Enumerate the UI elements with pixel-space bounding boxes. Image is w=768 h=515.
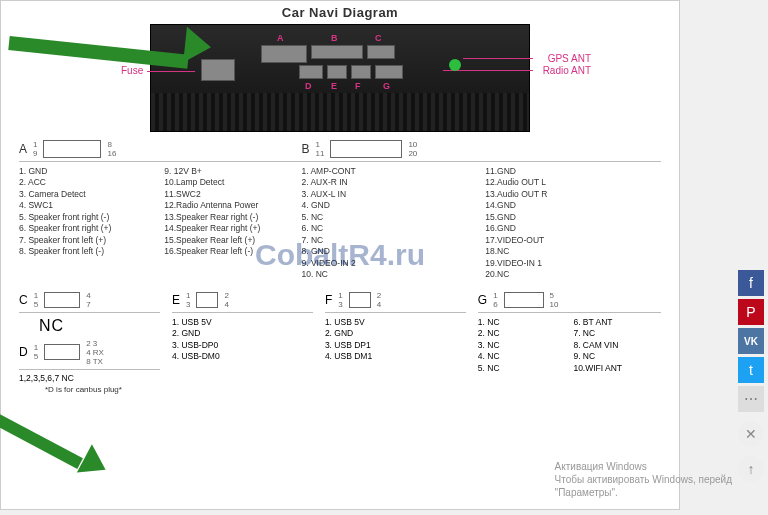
share-sidebar: f P VK t ⋯ ✕ ↑ — [738, 270, 764, 482]
dev-letter-e: E — [331, 81, 337, 91]
dev-letter-b: B — [331, 33, 338, 43]
conn-c-icon — [44, 292, 80, 308]
radio-ant-label: Radio ANT — [543, 65, 591, 76]
conn-f-dev — [351, 65, 371, 79]
gps-line — [463, 58, 533, 59]
page-title: Car Navi Diagram — [1, 1, 679, 22]
share-more-button[interactable]: ⋯ — [738, 386, 764, 412]
conn-a-icon — [43, 140, 101, 158]
radio-ant-port — [449, 59, 461, 71]
scroll-top-button[interactable]: ↑ — [738, 456, 764, 482]
sec-a-pinlist: 1. GND 2. ACC 3. Camera Detect 4. SWC1 5… — [19, 161, 301, 264]
conn-b-dev — [311, 45, 363, 59]
conn-d-dev — [299, 65, 323, 79]
dev-letter-a: A — [277, 33, 284, 43]
windows-activation-overlay: Активация Windows Чтобы активировать Win… — [555, 460, 732, 499]
section-a: A 19 816 1. GND 2. ACC 3. Camera Detect … — [19, 138, 301, 287]
conn-g-dev — [375, 65, 403, 79]
section-f: F 13 24 1. USB 5V 2. GND 3. USB DP1 4. U… — [325, 289, 466, 394]
canbus-note: *D is for canbus plug* — [19, 383, 160, 394]
share-vk-button[interactable]: VK — [738, 328, 764, 354]
gps-ant-label: GPS ANT — [548, 53, 591, 64]
connector-grid-bottom: C 15 47 NC D 15 2 3 4 RX 8 TX 1,2,3,5,6,… — [1, 289, 679, 394]
conn-f-icon — [349, 292, 371, 308]
section-g: G 16 510 1. NC 2. NC 3. NC 4. NC 5. NC 6… — [478, 289, 661, 394]
dev-letter-c: C — [375, 33, 382, 43]
share-twitter-button[interactable]: t — [738, 357, 764, 383]
diagram-page: Car Navi Diagram Fuse GPS ANT Radio ANT … — [0, 0, 680, 510]
conn-a-dev — [261, 45, 307, 63]
fuse-label: Fuse — [121, 65, 143, 76]
section-e: E 13 24 1. USB 5V 2. GND 3. USB-DP0 4. U… — [172, 289, 313, 394]
conn-e-icon — [196, 292, 218, 308]
close-button[interactable]: ✕ — [738, 421, 764, 447]
section-c-d: C 15 47 NC D 15 2 3 4 RX 8 TX 1,2,3,5,6,… — [19, 289, 160, 394]
sec-a-letter: A — [19, 142, 27, 156]
sec-a-pins-r: 816 — [107, 140, 116, 158]
conn-c-dev — [367, 45, 395, 59]
conn-b-icon — [330, 140, 402, 158]
dev-letter-f: F — [355, 81, 361, 91]
dev-letter-g: G — [383, 81, 390, 91]
sec-b-pinlist: 1. AMP-CONT 2. AUX-R IN 3. AUX-L IN 4. G… — [301, 161, 661, 287]
conn-g-icon — [504, 292, 544, 308]
share-facebook-button[interactable]: f — [738, 270, 764, 296]
sec-b-letter: B — [301, 142, 309, 156]
dev-letter-d: D — [305, 81, 312, 91]
sec-a-pins-l: 19 — [33, 140, 37, 158]
fuse-line — [147, 71, 195, 72]
section-b: B 111 1020 1. AMP-CONT 2. AUX-R IN 3. AU… — [301, 138, 661, 287]
share-pinterest-button[interactable]: P — [738, 299, 764, 325]
connector-grid-top: A 19 816 1. GND 2. ACC 3. Camera Detect … — [1, 136, 679, 289]
sec-c-nc: NC — [39, 317, 160, 335]
conn-d-icon — [44, 344, 80, 360]
conn-e-dev — [327, 65, 347, 79]
